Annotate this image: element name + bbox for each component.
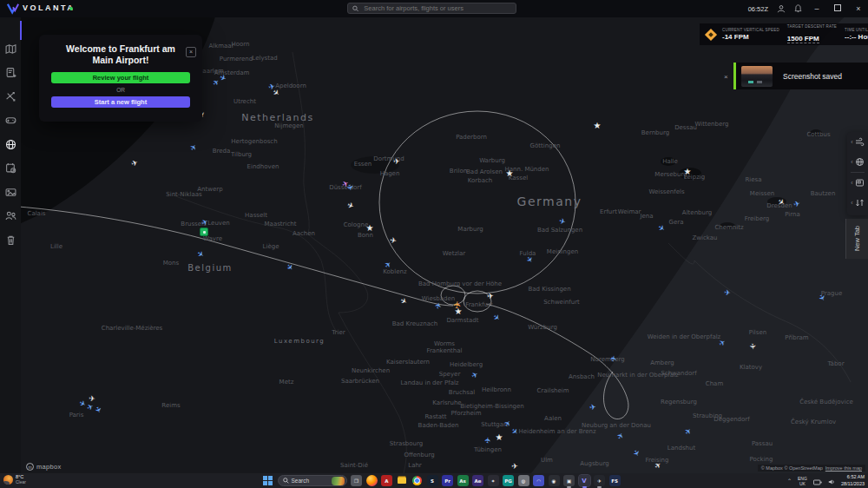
map-attribution: © Mapbox © OpenStreetMapImprove this map: [758, 465, 865, 472]
city-label: Karlsruhe: [432, 399, 461, 406]
city-label: Aachen: [293, 230, 315, 237]
start-button[interactable]: [262, 475, 273, 486]
map-tool-layers[interactable]: ‹: [847, 173, 868, 193]
city-label: Pilsen: [749, 329, 766, 336]
window-maximize-button[interactable]: [832, 4, 844, 13]
sidebar-item-controller[interactable]: [0, 110, 21, 131]
account-icon[interactable]: [777, 4, 786, 13]
city-label: Cottbus: [806, 131, 830, 138]
aircraft-marker[interactable]: ✈: [608, 354, 618, 362]
map-tool-globe-view[interactable]: ‹: [847, 152, 868, 172]
taskbar-app-fs-monitor[interactable]: FS: [609, 475, 621, 486]
map-tool-route[interactable]: ‹: [847, 193, 868, 213]
city-label: Regensburg: [661, 399, 697, 406]
aircraft-marker[interactable]: ✈: [345, 183, 354, 191]
sidebar-item-trash[interactable]: [0, 229, 21, 250]
aircraft-marker[interactable]: ✈: [748, 343, 758, 350]
taskbar-app-monitor-app[interactable]: ▣: [563, 475, 575, 486]
taskbar-app-task-view[interactable]: ❐: [351, 475, 362, 486]
city-label: Dessau: [674, 124, 697, 131]
starred-airport-marker[interactable]: ★: [496, 432, 503, 442]
search-input[interactable]: [362, 3, 511, 13]
aircraft-marker[interactable]: ✈: [483, 437, 493, 444]
taskbar-app-explorer[interactable]: [397, 475, 408, 486]
premiere-icon: Pr: [444, 478, 450, 484]
start-new-flight-button[interactable]: Start a new flight: [51, 96, 190, 108]
starred-airport-marker[interactable]: ★: [594, 121, 602, 130]
route-icon: [855, 198, 865, 208]
starred-airport-marker[interactable]: ★: [684, 167, 692, 176]
city-label: Meissen: [750, 190, 774, 197]
screenshot-thumbnail: [741, 66, 773, 87]
aircraft-marker[interactable]: ✈: [511, 462, 518, 471]
notification-dismiss-icon[interactable]: ×: [724, 73, 728, 81]
language-indicator[interactable]: ENGUK: [798, 476, 807, 486]
departure-airport-marker[interactable]: [200, 228, 208, 236]
starred-airport-marker[interactable]: ★: [455, 307, 463, 316]
taskbar-app-plan-g[interactable]: PG: [503, 475, 514, 486]
volume-icon[interactable]: [828, 473, 835, 488]
window-minimize-button[interactable]: –: [811, 4, 823, 13]
taskbar-app-firefox[interactable]: [366, 475, 378, 486]
aircraft-marker[interactable]: ✈: [589, 402, 596, 412]
city-label: Bernburg: [641, 129, 669, 136]
sidebar-item-flight-plan[interactable]: [0, 63, 21, 83]
aircraft-marker[interactable]: ✈: [89, 394, 95, 404]
city-label: Offenburg: [404, 452, 434, 458]
map-tool-wind-layer[interactable]: ‹: [847, 132, 868, 152]
edge-vertical-tab[interactable]: New Tab: [845, 219, 868, 259]
aircraft-marker[interactable]: ✈: [486, 291, 494, 300]
sidebar-item-logbook[interactable]: [0, 158, 21, 179]
global-search[interactable]: [347, 3, 516, 14]
dialog-close-icon[interactable]: ×: [186, 47, 196, 57]
taskbar-search[interactable]: Search: [278, 475, 347, 486]
tray-expand-icon[interactable]: ⌃: [787, 478, 792, 484]
sidebar-item-flights[interactable]: [0, 86, 21, 107]
connection-status-dot: [69, 7, 73, 10]
sidebar-item-screenshots[interactable]: [0, 181, 21, 202]
starred-airport-marker[interactable]: ★: [506, 168, 514, 178]
taskbar-clock[interactable]: 6:52 AM 28/11/2023: [841, 474, 865, 486]
taskbar-app-volanta[interactable]: V: [579, 475, 590, 486]
taskbar-weather-widget[interactable]: 8°C Clear: [3, 474, 26, 485]
taskbar-app-msfs[interactable]: ✈: [594, 475, 605, 486]
sidebar-item-globe[interactable]: [0, 134, 21, 155]
taskbar-app-after-effects[interactable]: Ae: [472, 475, 483, 486]
logbook-icon: [5, 162, 16, 174]
battery-icon[interactable]: [813, 473, 822, 488]
notifications-bell-icon[interactable]: [794, 4, 802, 13]
taskbar-app-audition[interactable]: As: [457, 475, 469, 486]
city-label: Hasselt: [245, 212, 267, 219]
city-label: Tübingen: [474, 446, 502, 453]
taskbar-app-chrome[interactable]: [411, 475, 423, 486]
review-flight-button[interactable]: Review your flight: [51, 72, 190, 83]
taskbar-app-app-gray[interactable]: ◍: [518, 475, 529, 486]
aircraft-marker[interactable]: ✈: [724, 288, 731, 298]
after-effects-icon: Ae: [475, 478, 482, 484]
taskbar-app-app-dark[interactable]: ✦: [488, 475, 499, 486]
wind-layer-icon: [855, 137, 865, 147]
taskbar-app-premiere[interactable]: Pr: [442, 475, 453, 486]
taskbar-app-acrobat[interactable]: A: [381, 475, 392, 486]
aircraft-marker[interactable]: ✈: [389, 235, 397, 245]
city-label: Tábor: [827, 360, 844, 367]
screenshot-notification[interactable]: Screenshot saved: [733, 63, 868, 89]
mapbox-logo[interactable]: m mapbox: [26, 463, 61, 471]
taskbar-app-steam[interactable]: S: [427, 475, 438, 486]
sidebar: [0, 17, 21, 473]
city-label: Aalen: [544, 415, 562, 422]
city-label: Reims: [161, 402, 180, 409]
window-close-button[interactable]: ×: [852, 4, 865, 13]
taskbar-app-discord[interactable]: ◠: [533, 475, 544, 486]
city-label: Heidenheim an der Brenz: [518, 428, 595, 435]
aircraft-marker[interactable]: ✈: [393, 157, 400, 167]
improve-map-link[interactable]: Improve this map: [825, 465, 862, 471]
sidebar-item-map[interactable]: [0, 38, 21, 59]
starred-airport-marker[interactable]: ★: [366, 223, 374, 233]
taskbar-app-tracker[interactable]: ◉: [549, 475, 560, 486]
sidebar-item-friends[interactable]: [0, 206, 21, 227]
city-label: Warburg: [479, 157, 505, 164]
city-label: Jena: [640, 213, 653, 220]
descent-warning-icon: [705, 28, 717, 40]
aircraft-marker[interactable]: ✈: [792, 199, 801, 209]
